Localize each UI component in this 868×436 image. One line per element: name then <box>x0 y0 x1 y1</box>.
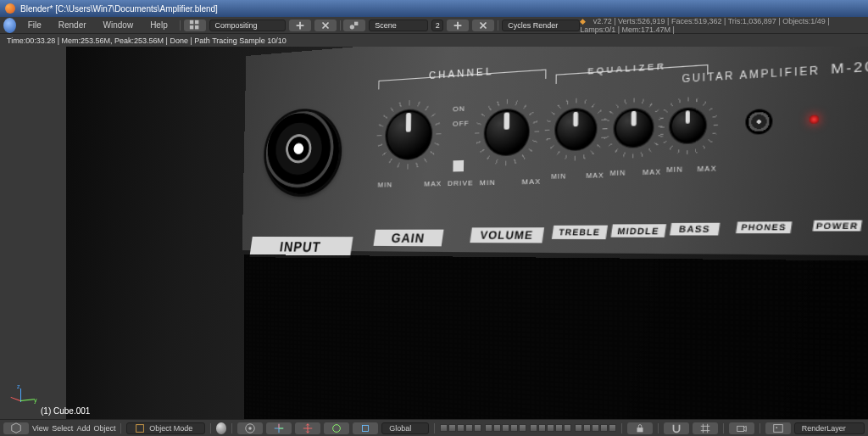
layer-buttons[interactable] <box>440 424 526 432</box>
window-titlebar: Blender* [C:\Users\Win7\Documents\Amplif… <box>0 0 868 17</box>
lock-camera-icon[interactable] <box>627 422 653 434</box>
menu-window[interactable]: Window <box>95 20 142 30</box>
window-title: Blender* [C:\Users\Win7\Documents\Amplif… <box>20 4 218 14</box>
svg-point-9 <box>333 424 341 432</box>
pivot-icon <box>244 422 256 434</box>
mid-max: MAX <box>643 168 661 176</box>
menu-view[interactable]: View <box>32 424 48 433</box>
vol-max: MAX <box>522 177 542 187</box>
svg-point-14 <box>776 427 777 428</box>
blender-logo-icon: ◆ <box>580 17 586 25</box>
middle-label: MIDDLE <box>611 224 666 238</box>
snap-toggle[interactable] <box>664 422 689 434</box>
volume-label: VOLUME <box>470 227 544 243</box>
magnet-icon <box>670 422 682 434</box>
render-layer-field[interactable]: RenderLayer <box>794 422 865 434</box>
manipulator-toggle[interactable] <box>266 422 292 434</box>
menu-render[interactable]: Render <box>50 20 95 30</box>
bass-knob <box>670 108 706 144</box>
plus-icon <box>452 20 464 31</box>
gain-min: MIN <box>378 181 392 189</box>
treb-max: MAX <box>586 171 604 179</box>
viewport-3d[interactable]: CHANNEL EQUALIZER GUITAR AMPLIFIER M-20 … <box>0 47 868 419</box>
amplifier-control-panel: CHANNEL EQUALIZER GUITAR AMPLIFIER M-20 … <box>242 47 868 255</box>
svg-rect-13 <box>773 424 782 432</box>
screen-layout-add[interactable] <box>289 20 311 31</box>
phones-label: PHONES <box>736 221 792 233</box>
grid-snap-icon <box>699 422 711 434</box>
power-label: POWER <box>813 221 862 232</box>
menu-file[interactable]: File <box>19 20 50 30</box>
treble-knob <box>555 108 597 150</box>
plus-icon <box>294 20 306 31</box>
arrows-icon <box>302 422 314 434</box>
scene-users: 2 <box>431 20 443 31</box>
info-header-icon[interactable] <box>3 18 16 33</box>
screen-layout-remove[interactable] <box>314 20 337 31</box>
svg-rect-6 <box>136 424 144 432</box>
svg-rect-2 <box>189 25 192 29</box>
brand-text: GUITAR AMPLIFIER M-20 <box>682 58 868 85</box>
screen-layout-browse[interactable] <box>184 20 206 31</box>
svg-rect-12 <box>737 426 744 431</box>
gain-knob <box>386 109 432 159</box>
power-led <box>810 115 819 124</box>
transform-translate[interactable] <box>295 422 320 434</box>
object-mode-icon <box>134 422 146 434</box>
middle-knob <box>615 108 654 148</box>
svg-rect-11 <box>637 428 643 432</box>
axis-y-label: y <box>34 397 37 403</box>
svg-rect-0 <box>189 20 192 23</box>
camera-icon <box>736 422 748 434</box>
scene-add[interactable] <box>447 20 469 31</box>
pivot-dropdown[interactable] <box>237 422 263 434</box>
axis-gizmo: z y <box>8 388 34 414</box>
svg-point-4 <box>350 25 354 29</box>
svg-rect-5 <box>354 21 358 25</box>
rotate-icon <box>331 422 342 434</box>
menu-select[interactable]: Select <box>52 424 73 433</box>
layer-buttons-row2[interactable] <box>530 424 616 432</box>
blender-app-icon <box>5 3 15 14</box>
scene-browse[interactable] <box>343 20 365 31</box>
mode-label: Object Mode <box>149 424 192 433</box>
menu-object[interactable]: Object <box>93 424 115 433</box>
render-slot-browse[interactable] <box>765 422 791 434</box>
viewport-shading-dropdown[interactable] <box>216 422 227 434</box>
gain-label: GAIN <box>373 230 443 247</box>
transform-rotate[interactable] <box>324 422 349 434</box>
drive-label: DRIVE <box>448 179 474 188</box>
menu-help[interactable]: Help <box>142 20 176 30</box>
bass-max: MAX <box>698 165 717 172</box>
manipulator-icon <box>273 422 285 434</box>
screen-layout-field[interactable]: Compositing <box>209 20 286 31</box>
scene-remove[interactable] <box>472 20 494 31</box>
amplifier-body: CHANNEL EQUALIZER GUITAR AMPLIFIER M-20 … <box>66 47 868 419</box>
menu-add[interactable]: Add <box>76 424 90 433</box>
phones-jack <box>745 109 772 135</box>
orientation-dropdown[interactable]: Global <box>381 422 429 434</box>
snap-element-dropdown[interactable] <box>693 422 718 434</box>
render-engine-dropdown[interactable]: Cycles Render <box>502 20 580 31</box>
version-text: v2.72 <box>593 17 612 25</box>
scene-field[interactable]: Scene <box>369 20 428 31</box>
scene-icon <box>348 20 360 31</box>
scale-icon <box>359 422 371 434</box>
transform-scale[interactable] <box>353 422 378 434</box>
axis-z-label: z <box>17 383 20 389</box>
off-label: OFF <box>453 119 470 128</box>
mid-min: MIN <box>610 169 626 176</box>
active-object-name: (1) Cube.001 <box>41 406 90 416</box>
x-icon <box>320 20 331 31</box>
editor-type-dropdown[interactable] <box>3 422 29 434</box>
viewport-header: View Select Add Object Object Mode Globa… <box>0 419 868 436</box>
treb-min: MIN <box>551 173 566 180</box>
render-status-text: Time:00:33.28 | Mem:253.56M, Peak:253.56… <box>7 36 287 45</box>
grid-icon <box>189 20 201 31</box>
mode-dropdown[interactable]: Object Mode <box>126 422 204 434</box>
render-border-icon[interactable] <box>729 422 754 434</box>
render-info-bar: Time:00:33.28 | Mem:253.56M, Peak:253.56… <box>0 34 868 47</box>
svg-rect-3 <box>195 25 198 29</box>
lock-icon <box>634 422 646 434</box>
svg-point-7 <box>248 427 252 430</box>
